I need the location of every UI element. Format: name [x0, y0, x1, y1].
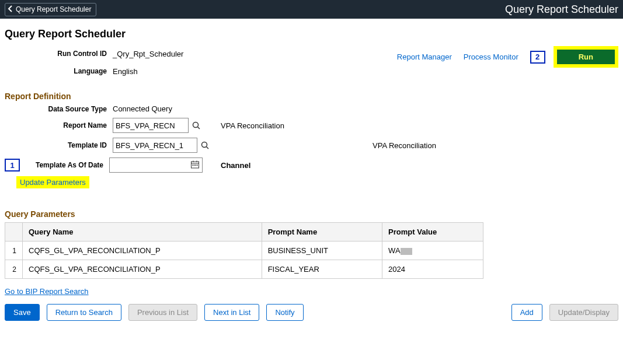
report-definition-header: Report Definition [5, 92, 618, 101]
next-in-list-button[interactable]: Next in List [204, 304, 259, 321]
svg-rect-10 [197, 164, 198, 166]
run-control-id-label: Run Control ID [5, 50, 113, 58]
banner-title: Query Report Scheduler [505, 4, 618, 16]
language-label: Language [5, 67, 113, 75]
callout-2: 2 [530, 51, 545, 64]
run-control-id-value: _Qry_Rpt_Scheduler [113, 50, 183, 58]
update-parameters-highlight: Update Parameters [16, 176, 89, 188]
row-prompt-name: FISCAL_YEAR [262, 260, 382, 279]
back-button[interactable]: Query Report Scheduler [5, 3, 96, 16]
col-prompt-value: Prompt Value [382, 223, 483, 242]
col-query-name: Query Name [23, 223, 262, 242]
bip-report-search-link[interactable]: Go to BIP Report Search [5, 287, 89, 296]
template-id-input[interactable] [113, 138, 197, 153]
template-asof-input[interactable] [110, 160, 188, 171]
svg-rect-9 [194, 164, 196, 166]
template-asof-label: Template As Of Date [23, 161, 109, 169]
report-name-input[interactable] [113, 118, 189, 133]
run-highlight: Run [554, 46, 618, 68]
page-title: Query Report Scheduler [5, 28, 618, 40]
row-idx: 1 [5, 242, 23, 260]
update-parameters-link[interactable]: Update Parameters [20, 178, 86, 187]
run-button[interactable]: Run [557, 50, 615, 64]
language-value: English [113, 67, 138, 76]
process-monitor-link[interactable]: Process Monitor [464, 52, 518, 61]
calendar-icon[interactable] [188, 160, 202, 171]
previous-in-list-button: Previous in List [128, 304, 197, 321]
col-prompt-name: Prompt Name [262, 223, 382, 242]
row-prompt-value: WA [382, 242, 483, 260]
template-id-lookup-icon[interactable] [201, 141, 209, 149]
svg-point-0 [193, 123, 199, 128]
svg-line-1 [198, 127, 200, 130]
back-button-label: Query Report Scheduler [16, 5, 91, 13]
data-source-type-label: Data Source Type [5, 105, 113, 113]
svg-point-2 [202, 142, 207, 148]
report-name-label: Report Name [5, 121, 113, 130]
data-source-type-value: Connected Query [113, 104, 172, 113]
row-query-name: CQFS_GL_VPA_RECONCILIATION_P [23, 242, 262, 260]
table-row: 1 CQFS_GL_VPA_RECONCILIATION_P BUSINESS_… [5, 242, 483, 260]
channel-label: Channel [221, 161, 373, 170]
row-idx: 2 [5, 260, 23, 279]
template-id-label: Template ID [5, 141, 113, 149]
row-prompt-value: 2024 [382, 260, 483, 279]
row-prompt-name: BUSINESS_UNIT [262, 242, 382, 260]
callout-1: 1 [5, 159, 20, 172]
report-name-lookup-icon[interactable] [192, 121, 200, 130]
query-parameters-header: Query Parameters [5, 209, 618, 219]
return-to-search-button[interactable]: Return to Search [47, 304, 121, 321]
svg-line-3 [207, 147, 209, 149]
row-query-name: CQFS_GL_VPA_RECONCILIATION_P [23, 260, 262, 279]
query-parameters-table: Query Name Prompt Name Prompt Value 1 CQ… [5, 222, 483, 279]
table-row: 2 CQFS_GL_VPA_RECONCILIATION_P FISCAL_YE… [5, 260, 483, 279]
redacted-text [401, 248, 412, 255]
notify-button[interactable]: Notify [266, 304, 303, 321]
report-manager-link[interactable]: Report Manager [397, 52, 452, 61]
template-id-desc: VPA Reconciliation [373, 141, 618, 150]
report-name-desc: VPA Reconciliation [221, 121, 373, 130]
update-display-button: Update/Display [549, 304, 618, 321]
add-button[interactable]: Add [511, 304, 542, 321]
svg-rect-8 [193, 164, 194, 166]
chevron-left-icon [8, 5, 16, 14]
save-button[interactable]: Save [5, 304, 40, 321]
